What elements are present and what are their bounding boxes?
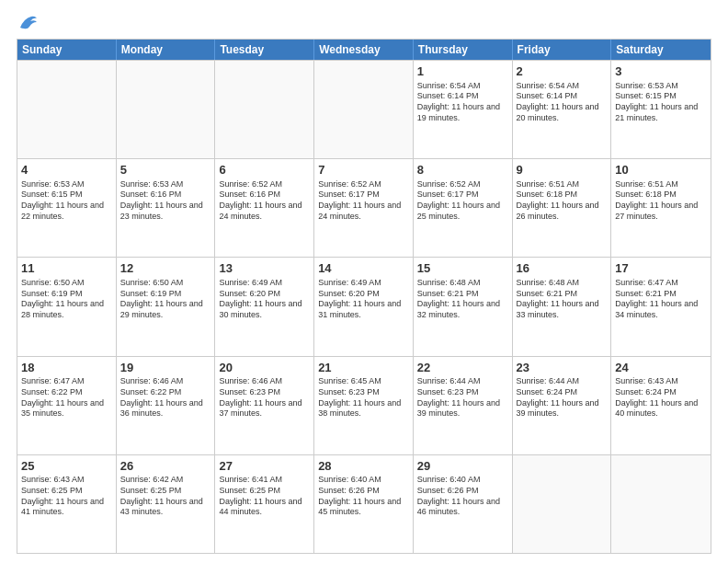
calendar-header-day: Thursday xyxy=(414,40,513,60)
calendar-cell: 25Sunrise: 6:43 AM Sunset: 6:25 PM Dayli… xyxy=(17,455,117,553)
calendar-cell: 10Sunrise: 6:51 AM Sunset: 6:18 PM Dayli… xyxy=(611,159,711,257)
calendar-header-day: Saturday xyxy=(611,40,711,60)
calendar-header-day: Tuesday xyxy=(215,40,314,60)
day-number: 23 xyxy=(517,360,608,376)
calendar-body: 1Sunrise: 6:54 AM Sunset: 6:14 PM Daylig… xyxy=(17,60,711,553)
calendar-cell: 21Sunrise: 6:45 AM Sunset: 6:23 PM Dayli… xyxy=(314,357,414,454)
calendar-cell: 3Sunrise: 6:53 AM Sunset: 6:15 PM Daylig… xyxy=(611,61,711,158)
day-number: 2 xyxy=(517,63,608,80)
calendar-cell: 27Sunrise: 6:41 AM Sunset: 6:25 PM Dayli… xyxy=(215,455,314,553)
day-info: Sunrise: 6:43 AM Sunset: 6:25 PM Dayligh… xyxy=(21,475,112,518)
calendar-cell xyxy=(117,61,216,158)
day-info: Sunrise: 6:54 AM Sunset: 6:14 PM Dayligh… xyxy=(417,81,508,124)
day-info: Sunrise: 6:43 AM Sunset: 6:24 PM Dayligh… xyxy=(615,376,707,419)
day-info: Sunrise: 6:47 AM Sunset: 6:22 PM Dayligh… xyxy=(21,376,112,419)
calendar-cell: 15Sunrise: 6:48 AM Sunset: 6:21 PM Dayli… xyxy=(414,258,513,355)
day-info: Sunrise: 6:54 AM Sunset: 6:14 PM Dayligh… xyxy=(517,81,608,124)
day-number: 25 xyxy=(21,458,112,475)
day-number: 29 xyxy=(417,458,508,475)
day-number: 27 xyxy=(219,458,310,475)
calendar-cell: 17Sunrise: 6:47 AM Sunset: 6:21 PM Dayli… xyxy=(611,258,711,355)
calendar-week: 18Sunrise: 6:47 AM Sunset: 6:22 PM Dayli… xyxy=(17,356,711,454)
calendar-cell: 28Sunrise: 6:40 AM Sunset: 6:26 PM Dayli… xyxy=(314,455,414,553)
day-number: 15 xyxy=(417,260,508,277)
day-info: Sunrise: 6:52 AM Sunset: 6:16 PM Dayligh… xyxy=(219,179,310,223)
day-info: Sunrise: 6:45 AM Sunset: 6:23 PM Dayligh… xyxy=(318,376,409,419)
calendar-header-day: Sunday xyxy=(17,40,117,60)
calendar-cell xyxy=(17,61,117,158)
day-number: 1 xyxy=(417,63,508,80)
calendar-week: 25Sunrise: 6:43 AM Sunset: 6:25 PM Dayli… xyxy=(17,454,711,553)
day-info: Sunrise: 6:44 AM Sunset: 6:23 PM Dayligh… xyxy=(417,376,508,419)
day-info: Sunrise: 6:53 AM Sunset: 6:15 PM Dayligh… xyxy=(21,179,112,223)
day-info: Sunrise: 6:44 AM Sunset: 6:24 PM Dayligh… xyxy=(517,376,608,419)
day-number: 3 xyxy=(615,63,707,80)
calendar-cell: 2Sunrise: 6:54 AM Sunset: 6:14 PM Daylig… xyxy=(513,61,612,158)
day-number: 21 xyxy=(318,360,409,376)
calendar-cell: 16Sunrise: 6:48 AM Sunset: 6:21 PM Dayli… xyxy=(513,258,612,355)
day-info: Sunrise: 6:46 AM Sunset: 6:23 PM Dayligh… xyxy=(219,376,310,419)
calendar-cell: 11Sunrise: 6:50 AM Sunset: 6:19 PM Dayli… xyxy=(17,258,117,355)
calendar-cell: 19Sunrise: 6:46 AM Sunset: 6:22 PM Dayli… xyxy=(117,357,216,454)
day-info: Sunrise: 6:50 AM Sunset: 6:19 PM Dayligh… xyxy=(21,278,112,321)
calendar-header-day: Monday xyxy=(117,40,216,60)
logo-bird-icon xyxy=(18,15,39,31)
day-number: 14 xyxy=(318,260,409,277)
header xyxy=(17,15,711,31)
calendar-week: 1Sunrise: 6:54 AM Sunset: 6:14 PM Daylig… xyxy=(17,60,711,158)
day-number: 17 xyxy=(615,260,707,277)
calendar-cell xyxy=(611,455,711,553)
day-info: Sunrise: 6:51 AM Sunset: 6:18 PM Dayligh… xyxy=(615,179,707,223)
day-info: Sunrise: 6:52 AM Sunset: 6:17 PM Dayligh… xyxy=(417,179,508,223)
calendar-header-day: Wednesday xyxy=(314,40,414,60)
day-info: Sunrise: 6:50 AM Sunset: 6:19 PM Dayligh… xyxy=(120,278,211,321)
day-number: 16 xyxy=(517,260,608,277)
day-info: Sunrise: 6:40 AM Sunset: 6:26 PM Dayligh… xyxy=(318,475,409,518)
page: SundayMondayTuesdayWednesdayThursdayFrid… xyxy=(0,0,728,563)
day-number: 18 xyxy=(21,360,112,376)
day-info: Sunrise: 6:53 AM Sunset: 6:16 PM Dayligh… xyxy=(120,179,211,223)
day-number: 28 xyxy=(318,458,409,475)
day-number: 11 xyxy=(21,260,112,277)
day-number: 22 xyxy=(417,360,508,376)
calendar-cell xyxy=(215,61,314,158)
day-number: 8 xyxy=(417,162,508,178)
calendar-cell: 4Sunrise: 6:53 AM Sunset: 6:15 PM Daylig… xyxy=(17,159,117,257)
calendar-cell: 18Sunrise: 6:47 AM Sunset: 6:22 PM Dayli… xyxy=(17,357,117,454)
day-info: Sunrise: 6:41 AM Sunset: 6:25 PM Dayligh… xyxy=(219,475,310,518)
day-info: Sunrise: 6:51 AM Sunset: 6:18 PM Dayligh… xyxy=(517,179,608,223)
calendar-cell: 23Sunrise: 6:44 AM Sunset: 6:24 PM Dayli… xyxy=(513,357,612,454)
day-info: Sunrise: 6:47 AM Sunset: 6:21 PM Dayligh… xyxy=(615,278,707,321)
calendar-header: SundayMondayTuesdayWednesdayThursdayFrid… xyxy=(17,40,711,60)
calendar-cell: 1Sunrise: 6:54 AM Sunset: 6:14 PM Daylig… xyxy=(414,61,513,158)
calendar: SundayMondayTuesdayWednesdayThursdayFrid… xyxy=(17,39,711,554)
day-number: 20 xyxy=(219,360,310,376)
calendar-header-day: Friday xyxy=(513,40,612,60)
day-info: Sunrise: 6:42 AM Sunset: 6:25 PM Dayligh… xyxy=(120,475,211,518)
calendar-cell: 8Sunrise: 6:52 AM Sunset: 6:17 PM Daylig… xyxy=(414,159,513,257)
day-number: 19 xyxy=(120,360,211,376)
day-info: Sunrise: 6:53 AM Sunset: 6:15 PM Dayligh… xyxy=(615,81,707,124)
day-info: Sunrise: 6:49 AM Sunset: 6:20 PM Dayligh… xyxy=(318,278,409,321)
calendar-cell: 20Sunrise: 6:46 AM Sunset: 6:23 PM Dayli… xyxy=(215,357,314,454)
day-info: Sunrise: 6:48 AM Sunset: 6:21 PM Dayligh… xyxy=(517,278,608,321)
day-info: Sunrise: 6:40 AM Sunset: 6:26 PM Dayligh… xyxy=(417,475,508,518)
calendar-cell: 14Sunrise: 6:49 AM Sunset: 6:20 PM Dayli… xyxy=(314,258,414,355)
day-number: 7 xyxy=(318,162,409,178)
calendar-cell: 5Sunrise: 6:53 AM Sunset: 6:16 PM Daylig… xyxy=(117,159,216,257)
calendar-cell: 6Sunrise: 6:52 AM Sunset: 6:16 PM Daylig… xyxy=(215,159,314,257)
calendar-cell: 12Sunrise: 6:50 AM Sunset: 6:19 PM Dayli… xyxy=(117,258,216,355)
day-info: Sunrise: 6:48 AM Sunset: 6:21 PM Dayligh… xyxy=(417,278,508,321)
calendar-week: 11Sunrise: 6:50 AM Sunset: 6:19 PM Dayli… xyxy=(17,257,711,355)
calendar-cell: 29Sunrise: 6:40 AM Sunset: 6:26 PM Dayli… xyxy=(414,455,513,553)
calendar-cell: 13Sunrise: 6:49 AM Sunset: 6:20 PM Dayli… xyxy=(215,258,314,355)
day-number: 5 xyxy=(120,162,211,178)
day-number: 6 xyxy=(219,162,310,178)
day-number: 26 xyxy=(120,458,211,475)
calendar-cell xyxy=(513,455,612,553)
calendar-cell: 7Sunrise: 6:52 AM Sunset: 6:17 PM Daylig… xyxy=(314,159,414,257)
day-number: 4 xyxy=(21,162,112,178)
day-number: 9 xyxy=(517,162,608,178)
calendar-cell: 24Sunrise: 6:43 AM Sunset: 6:24 PM Dayli… xyxy=(611,357,711,454)
calendar-cell: 9Sunrise: 6:51 AM Sunset: 6:18 PM Daylig… xyxy=(513,159,612,257)
